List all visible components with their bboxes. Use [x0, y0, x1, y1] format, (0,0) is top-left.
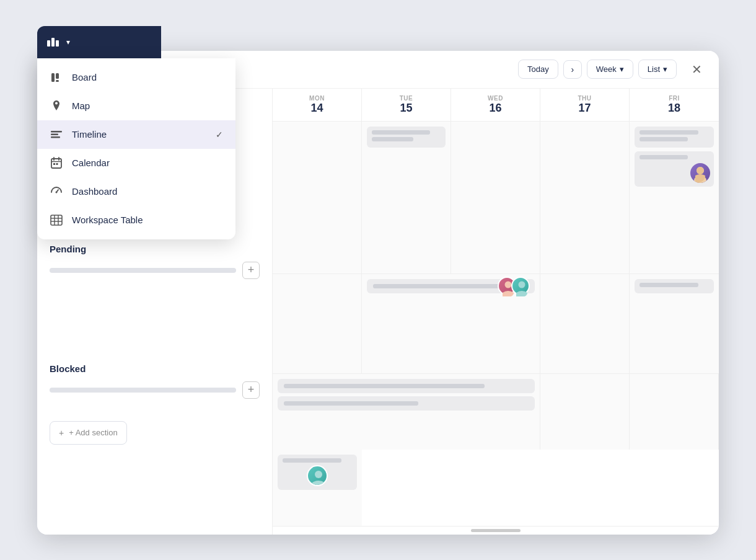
calendar-grid: MON 14 TUE 15 WED 16 THU 17	[273, 89, 719, 535]
day-headers: MON 14 TUE 15 WED 16 THU 17	[273, 89, 719, 122]
nav-forward-button[interactable]: ›	[563, 60, 582, 79]
svg-rect-15	[51, 215, 62, 225]
calendar-label: Calendar	[72, 158, 110, 168]
logo[interactable]	[47, 38, 59, 47]
cell-thu-r3	[630, 374, 719, 450]
chevron-right-icon: ›	[571, 64, 574, 74]
day-name-tue: TUE	[367, 95, 446, 102]
day-num-mon: 14	[278, 102, 356, 115]
svg-point-14	[56, 191, 58, 193]
day-num-fri: 18	[635, 102, 714, 115]
menu-item-map[interactable]: Map	[37, 92, 235, 120]
cell-tue-r1	[362, 122, 451, 273]
cell-mon-r1	[273, 122, 362, 273]
svg-rect-5	[51, 133, 58, 135]
calendar-row-2	[273, 274, 719, 374]
calendar-row-1	[273, 122, 719, 274]
calendar-icon	[50, 156, 63, 170]
week-button[interactable]: Week ▾	[587, 60, 633, 79]
menu-item-timeline[interactable]: Timeline ✓	[37, 120, 235, 149]
task-line	[640, 130, 698, 135]
top-bar: ▾	[37, 26, 161, 58]
day-name-fri: FRI	[635, 95, 714, 102]
pending-label: Pending	[50, 244, 260, 254]
day-name-wed: WED	[456, 95, 535, 102]
task-fri-r1a[interactable]	[635, 127, 714, 148]
workspace-table-label: Workspace Table	[72, 215, 143, 225]
task-fri-r2[interactable]	[635, 279, 714, 293]
cell-thu-r1	[540, 122, 630, 273]
cell-tue-r2	[362, 274, 540, 373]
add-section-label: + Add section	[69, 428, 117, 437]
cell-thu-r2	[540, 274, 630, 373]
task-bar-line	[50, 268, 236, 273]
svg-rect-0	[51, 73, 55, 82]
cell-wide-r3	[273, 374, 540, 450]
task-fri-r1b[interactable]	[635, 151, 714, 187]
svg-rect-12	[56, 163, 58, 165]
scroll-bar[interactable]	[471, 529, 521, 532]
app-shell: ▾ Board Map	[37, 26, 719, 535]
blocked-label: Blocked	[50, 363, 260, 374]
menu-item-dashboard[interactable]: Dashboard	[37, 177, 235, 206]
day-num-wed: 16	[456, 102, 535, 115]
add-blocked-button[interactable]: +	[242, 381, 260, 399]
day-header-mon: MON 14	[273, 89, 362, 121]
timeline-label: Timeline	[72, 129, 107, 140]
task-line	[640, 137, 688, 141]
plus-icon: +	[59, 428, 64, 438]
list-chevron-icon: ▾	[663, 64, 667, 74]
task-fri-r3[interactable]	[278, 455, 357, 490]
list-button[interactable]: List ▾	[638, 60, 677, 79]
task-line	[640, 283, 698, 287]
avatar-purple	[690, 163, 710, 183]
menu-item-calendar[interactable]: Calendar	[37, 149, 235, 177]
svg-point-25	[315, 471, 322, 478]
board-label: Board	[72, 72, 97, 82]
map-icon	[50, 99, 63, 113]
day-header-wed: WED 16	[451, 89, 540, 121]
week-chevron-icon: ▾	[620, 64, 624, 74]
dashboard-label: Dashboard	[72, 186, 117, 197]
day-header-tue: TUE 15	[362, 89, 451, 121]
day-num-thu: 17	[545, 102, 624, 115]
menu-item-workspace-table[interactable]: Workspace Table	[37, 206, 235, 234]
cell-fri-r1	[630, 122, 719, 273]
day-name-mon: MON	[278, 95, 356, 102]
svg-rect-6	[51, 136, 60, 138]
table-icon	[50, 213, 63, 227]
scroll-indicator	[273, 526, 719, 535]
menu-item-board[interactable]: Board	[37, 63, 235, 92]
svg-point-23	[505, 282, 512, 288]
timeline-icon	[50, 128, 63, 141]
day-header-fri: FRI 18	[630, 89, 719, 121]
check-icon: ✓	[216, 130, 223, 140]
svg-point-22	[697, 167, 704, 174]
svg-rect-1	[56, 73, 59, 79]
board-icon	[50, 71, 63, 84]
add-pending-button[interactable]: +	[242, 262, 260, 279]
svg-point-24	[519, 282, 525, 288]
task-tue-r1[interactable]	[367, 127, 446, 148]
calendar-row-3	[273, 374, 719, 526]
avatar-teal2	[307, 465, 328, 486]
cell-wed-r3	[540, 374, 630, 450]
svg-rect-2	[56, 80, 59, 82]
day-header-thu: THU 17	[540, 89, 630, 121]
task-line	[283, 458, 341, 463]
today-button[interactable]: Today	[518, 60, 558, 79]
svg-rect-11	[53, 163, 55, 165]
svg-rect-4	[51, 131, 62, 133]
view-menu: Board Map Timeline ✓	[37, 58, 235, 239]
close-button[interactable]: ✕	[687, 60, 706, 79]
add-section-button[interactable]: + + Add section	[50, 421, 127, 445]
task-line	[640, 155, 688, 159]
task-line	[372, 130, 430, 135]
dashboard-icon	[50, 185, 63, 198]
day-name-thu: THU	[545, 95, 624, 102]
cell-mon-r2	[273, 274, 362, 373]
cell-fri-r3	[273, 450, 362, 526]
day-num-tue: 15	[367, 102, 446, 115]
cell-wed-r1	[451, 122, 540, 273]
workspace-chevron[interactable]: ▾	[66, 38, 70, 47]
